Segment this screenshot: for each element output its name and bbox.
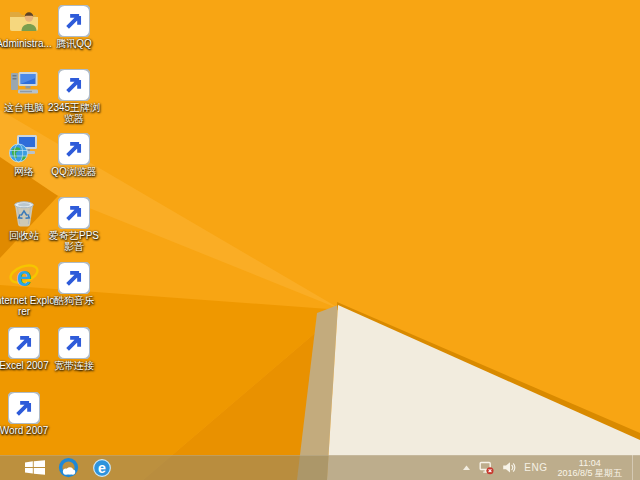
icon-label: 2345王牌浏览器 bbox=[43, 102, 105, 124]
tray-date: 2016/8/5 星期五 bbox=[557, 468, 622, 478]
qq-penguin-icon bbox=[58, 4, 90, 36]
recycle-bin-icon bbox=[8, 196, 40, 228]
volume-icon[interactable] bbox=[502, 461, 516, 474]
shortcut-arrow-icon bbox=[58, 133, 90, 165]
shortcut-arrow-icon bbox=[58, 327, 90, 359]
shortcut-arrow-icon bbox=[58, 69, 90, 101]
taskbar-ie-button[interactable]: e bbox=[89, 455, 115, 480]
desktop-icon-2345-browser[interactable]: e 2345王牌浏览器 bbox=[42, 68, 106, 124]
language-indicator[interactable]: ENG bbox=[524, 462, 547, 473]
network-status-icon[interactable] bbox=[479, 461, 494, 475]
icon-label: Word 2007 bbox=[0, 425, 55, 436]
taskbar: e bbox=[0, 455, 640, 480]
desktop-icon-kugou-music[interactable]: K 酷狗音乐 bbox=[42, 261, 106, 306]
desktop-icon-broadband-connection[interactable]: 宽带连接 bbox=[42, 326, 106, 371]
svg-text:e: e bbox=[16, 262, 31, 292]
excel-icon: X bbox=[8, 326, 40, 358]
desktop-icon-word-2007[interactable]: W Word 2007 bbox=[0, 391, 56, 436]
shortcut-arrow-icon bbox=[58, 262, 90, 294]
start-button[interactable] bbox=[22, 455, 48, 480]
word-icon: W bbox=[8, 391, 40, 423]
taskbar-qq-browser-button[interactable] bbox=[55, 455, 82, 480]
clock[interactable]: 11:04 2016/8/5 星期五 bbox=[555, 456, 624, 480]
desktop-icon-iqiyi-pps[interactable]: iQIYI 爱奇艺PPS 影音 bbox=[42, 196, 106, 252]
broadband-monitors-icon bbox=[58, 326, 90, 358]
taskbar-left: e bbox=[0, 455, 115, 480]
icon-label: 酷狗音乐 bbox=[43, 295, 105, 306]
network-globe-icon bbox=[8, 132, 40, 164]
shortcut-arrow-icon bbox=[8, 327, 40, 359]
shortcut-arrow-icon bbox=[58, 197, 90, 229]
blue-e-browser-icon: e bbox=[58, 68, 90, 100]
show-hidden-icons-button[interactable] bbox=[462, 464, 471, 472]
windows-logo-icon bbox=[25, 460, 45, 475]
ie-taskbar-icon: e bbox=[92, 458, 112, 478]
speaker-icon bbox=[502, 461, 516, 474]
internet-explorer-icon: e bbox=[8, 261, 40, 293]
shortcut-arrow-icon bbox=[58, 5, 90, 37]
shortcut-arrow-icon bbox=[8, 392, 40, 424]
icon-label: 腾讯QQ bbox=[43, 38, 105, 49]
iqiyi-icon: iQIYI bbox=[58, 196, 90, 228]
desktop-icon-tencent-qq[interactable]: 腾讯QQ bbox=[42, 4, 106, 49]
system-tray: ENG 11:04 2016/8/5 星期五 bbox=[462, 455, 640, 480]
network-disconnected-icon bbox=[479, 461, 494, 475]
desktop-icon-qq-browser[interactable]: QQ浏览器 bbox=[42, 132, 106, 177]
qq-browser-ring-cloud-icon bbox=[58, 132, 90, 164]
chevron-up-icon bbox=[462, 464, 471, 472]
icon-label: 宽带连接 bbox=[43, 360, 105, 371]
computer-icon bbox=[8, 68, 40, 100]
show-desktop-button[interactable] bbox=[632, 455, 637, 480]
desktop-screen: Administra... 腾讯QQ bbox=[0, 0, 640, 480]
icon-label: 爱奇艺PPS 影音 bbox=[43, 230, 105, 252]
qq-browser-taskbar-icon bbox=[58, 457, 79, 478]
svg-text:e: e bbox=[98, 460, 106, 476]
kugou-k-icon: K bbox=[58, 261, 90, 293]
tray-time: 11:04 bbox=[557, 458, 622, 468]
icon-label: QQ浏览器 bbox=[43, 166, 105, 177]
user-folder-icon bbox=[8, 4, 40, 36]
